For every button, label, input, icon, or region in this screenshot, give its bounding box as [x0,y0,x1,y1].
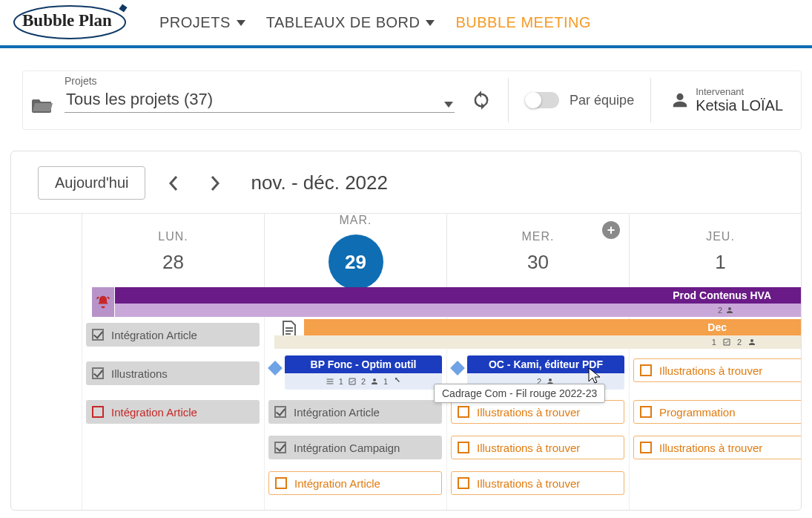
task-label: Intégration Article [111,329,197,341]
nav-projets-label: PROJETS [159,14,231,31]
task-card[interactable]: Intégration Article [268,471,442,495]
caret-down-icon [426,20,435,26]
nav-tableaux[interactable]: TABLEAUX DE BORD [266,14,435,31]
band-purple-meta: 2 [115,304,801,317]
checkbox-icon [640,364,652,376]
alarm-icon[interactable] [92,287,114,317]
task-card[interactable]: Intégration Article [86,323,260,347]
day-number: 30 [527,251,549,274]
team-label: Par équipe [570,93,634,108]
calendar-header-row: LUN. 28 MAR. 29 MER. 30 + JEU. 1 [11,213,801,287]
day-col-mer[interactable]: MER. 30 + [446,214,629,289]
day-col-jeu[interactable]: JEU. 1 [629,214,802,289]
checkbox-icon [458,406,469,418]
nav-tableaux-label: TABLEAUX DE BORD [266,14,420,31]
intervenant-value: Ketsia LOÏAL [696,97,783,114]
team-toggle: Par équipe [525,92,634,108]
add-button[interactable]: + [602,221,620,239]
task-card[interactable]: Illustrations à trouver [451,400,624,424]
tooltip: Cadrage Com - Fil rouge 2022-23 [434,384,605,403]
cursor-icon [588,367,601,385]
task-card[interactable]: Intégration Campaign [268,436,442,459]
task-label: Illustrations à trouver [659,364,762,377]
refresh-button[interactable] [471,90,492,111]
day-col-lun[interactable]: LUN. 28 [82,214,264,289]
filter-bar: Projets Tous les projets (37) Par équipe… [22,71,802,130]
logo-text: Bubble Plan [22,11,112,30]
task-card[interactable]: Illustrations à trouver [633,436,802,459]
folder-icon [32,96,54,113]
checkbox-icon [640,406,652,418]
checkbox-icon [92,329,104,341]
topbar: Bubble Plan PROJETS TABLEAUX DE BORD BUB… [0,0,812,48]
dropdown-arrow-icon [444,102,453,108]
task-label: Programmation [659,406,736,419]
day-number: 1 [715,251,725,274]
dow-label: MER. [522,230,555,243]
intervenant-label: Intervenant [696,86,783,97]
calendar-body: Prod Contenus HVA 2 Dec 1 2 [11,287,801,511]
task-label: Intégration Article [294,406,380,419]
logo[interactable]: Bubble Plan [9,2,139,43]
nav-projets[interactable]: PROJETS [159,14,245,31]
milestone-card[interactable]: BP Fonc - Optim outil 1 2 1 [285,355,442,393]
checkbox-icon [274,406,286,418]
project-selector[interactable]: Projets Tous les projets (37) [32,88,455,113]
task-label: Illustrations à trouver [477,406,580,419]
team-switch[interactable] [525,92,559,108]
band-purple[interactable]: Prod Contenus HVA [115,287,801,304]
task-label: Intégration Campaign [294,442,400,454]
task-label: Intégration Article [294,477,380,490]
divider [650,78,651,122]
intervenant-selector[interactable]: Intervenant Ketsia LOÏAL [667,86,783,114]
dow-label: MAR. [340,214,372,227]
checkbox-icon [640,442,652,453]
day-number: 28 [162,251,184,274]
milestone-title: BP Fonc - Optim outil [285,355,442,373]
task-card[interactable]: Illustrations à trouver [451,471,624,495]
day-col-mar[interactable]: MAR. 29 [264,214,446,289]
user-icon [672,92,688,108]
diamond-icon [268,361,283,376]
task-label: Illustrations à trouver [477,477,580,490]
nav-meeting-label: BUBBLE MEETING [455,14,591,31]
project-value: Tous les projets (37) [65,88,455,111]
nav-meeting[interactable]: BUBBLE MEETING [455,14,591,31]
calendar-grid: LUN. 28 MAR. 29 MER. 30 + JEU. 1 [11,213,801,511]
checkbox-icon [458,442,469,453]
project-label: Projets [65,75,97,87]
caret-down-icon [237,20,245,26]
checkbox-icon [458,477,469,489]
calendar-panel: Aujourd'hui nov. - déc. 2022 LUN. 28 MAR… [10,151,802,511]
band-purple-label: Prod Contenus HVA [673,289,771,301]
diamond-icon [450,361,465,376]
task-label: Illustrations à trouver [659,442,762,454]
dow-label: JEU. [706,230,735,243]
checkbox-icon [274,442,286,453]
calendar-toolbar: Aujourd'hui nov. - déc. 2022 [11,166,801,213]
svg-rect-1 [119,4,127,12]
checkbox-icon [275,477,287,489]
prev-button[interactable] [160,170,187,197]
task-card[interactable]: Intégration Article [268,400,442,424]
meta-count: 2 [718,306,722,315]
dow-label: LUN. [158,230,188,243]
period-label: nov. - déc. 2022 [251,171,388,194]
divider [508,78,509,122]
task-label: Illustrations à trouver [477,442,580,454]
next-button[interactable] [202,170,228,197]
task-card[interactable]: Illustrations à trouver [451,436,624,459]
task-card[interactable]: Illustrations à trouver [633,358,802,382]
day-number-today: 29 [329,235,383,289]
milestone-meta: 1 2 1 [285,373,442,390]
task-card[interactable]: Programmation [633,400,802,424]
today-button[interactable]: Aujourd'hui [38,166,145,200]
